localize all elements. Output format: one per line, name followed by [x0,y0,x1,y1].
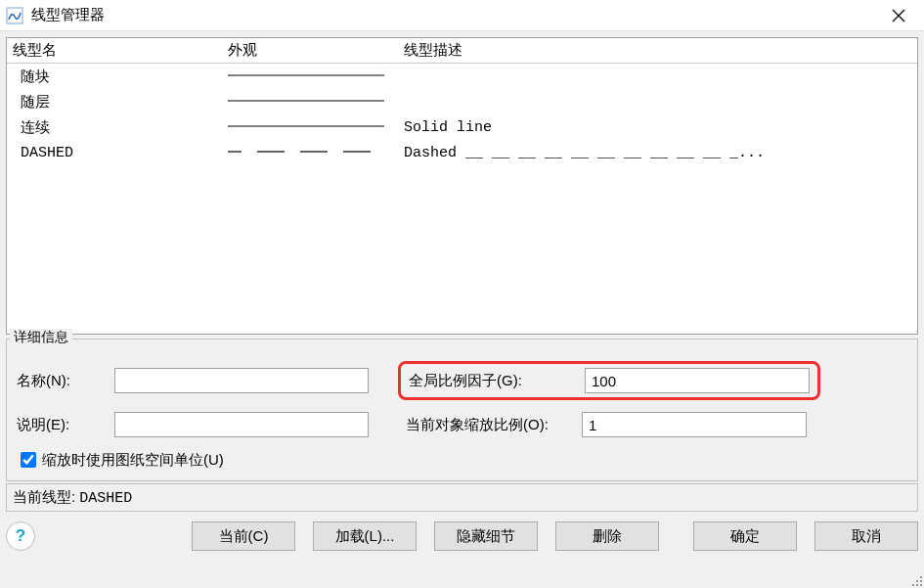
linetype-description: Solid line [404,119,917,136]
linetype-name: 随块 [13,68,228,86]
cancel-button[interactable]: 取消 [814,521,918,551]
help-icon: ? [16,526,25,546]
list-row[interactable]: 连续 Solid line [7,114,917,140]
object-scale-input[interactable] [582,412,807,437]
linetype-name: DASHED [13,145,228,161]
name-label: 名称(N): [17,372,114,390]
current-linetype-value: DASHED [79,490,132,507]
column-header-appearance[interactable]: 外观 [228,41,404,60]
button-bar: ? 当前(C) 加载(L)... 隐藏细节 删除 确定 取消 [6,521,918,551]
close-button[interactable] [881,0,916,31]
linetype-appearance [228,144,404,162]
list-header: 线型名 外观 线型描述 [7,38,917,64]
linetype-name: 连续 [13,118,228,137]
description-input[interactable] [114,412,369,437]
current-button[interactable]: 当前(C) [192,521,295,551]
current-linetype: 当前线型: DASHED [6,483,918,512]
window-title: 线型管理器 [31,6,105,24]
name-input[interactable] [114,368,369,393]
linetype-list[interactable]: 线型名 外观 线型描述 随块 随层 连续 Solid line [6,37,918,335]
object-scale-label: 当前对象缩放比例(O): [406,416,582,434]
current-linetype-label: 当前线型: [13,488,75,505]
global-scale-label: 全局比例因子(G): [409,372,585,390]
list-row[interactable]: 随块 [7,64,917,89]
app-icon [6,7,23,24]
delete-button[interactable]: 删除 [555,521,659,551]
list-row[interactable]: DASHED Dashed __ __ __ __ __ __ __ __ __… [7,140,917,165]
help-button[interactable]: ? [6,521,35,551]
linetype-name: 随层 [13,93,228,112]
global-scale-highlight: 全局比例因子(G): [398,361,820,400]
description-label: 说明(E): [17,416,114,434]
linetype-appearance [228,68,404,86]
linetype-appearance [228,93,404,112]
list-row[interactable]: 随层 [7,89,917,114]
details-group: 详细信息 名称(N): 全局比例因子(G): 说明(E): 当前对象缩放比例(O… [6,339,918,481]
use-paper-units-label: 缩放时使用图纸空间单位(U) [42,451,224,470]
use-paper-units-checkbox[interactable] [21,452,36,468]
ok-button[interactable]: 确定 [693,521,797,551]
details-legend: 详细信息 [10,329,72,346]
global-scale-input[interactable] [585,368,810,393]
titlebar: 线型管理器 [0,0,924,31]
column-header-name[interactable]: 线型名 [13,41,228,60]
column-header-description[interactable]: 线型描述 [404,41,917,60]
resize-grip[interactable] [908,572,922,586]
linetype-appearance [228,118,404,137]
hide-details-button[interactable]: 隐藏细节 [434,521,538,551]
linetype-description: Dashed __ __ __ __ __ __ __ __ __ __ _..… [404,145,917,161]
load-button[interactable]: 加载(L)... [313,521,417,551]
